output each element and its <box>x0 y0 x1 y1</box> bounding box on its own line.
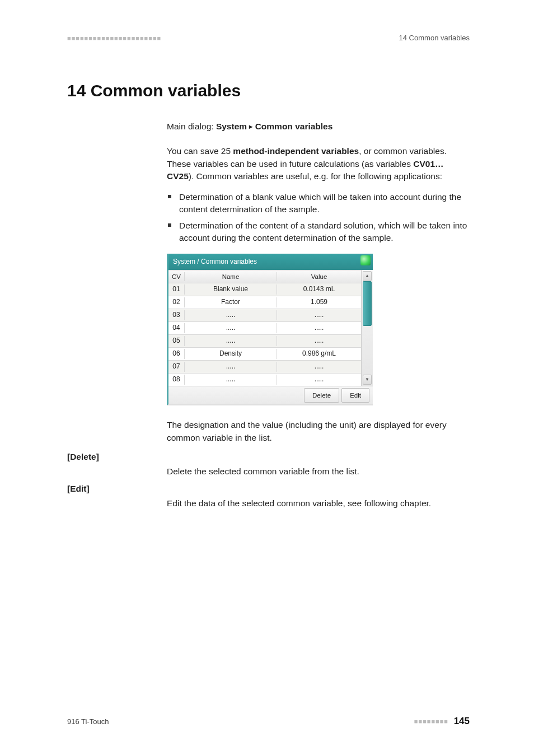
breadcrumb: Main dialog: System ▸ Common variables <box>167 120 470 133</box>
breadcrumb-lead: Main dialog: <box>167 122 216 131</box>
scrollbar[interactable]: ▲ ▼ <box>361 270 373 386</box>
home-icon[interactable] <box>360 255 371 265</box>
table-row[interactable]: 04 ..... ..... <box>168 321 361 334</box>
bullet-item: Determination of a blank value which wil… <box>167 191 470 216</box>
scroll-thumb[interactable] <box>363 281 372 326</box>
col-name: Name <box>185 272 277 282</box>
intro-paragraph: You can save 25 method-independent varia… <box>167 145 470 183</box>
header-ornament-left: ■■■■■■■■■■■■■■■■■■■■■■ <box>67 35 161 41</box>
scroll-down-icon[interactable]: ▼ <box>363 375 372 385</box>
delete-def-label: [Delete] <box>67 452 167 478</box>
breadcrumb-common: Common variables <box>255 122 333 131</box>
table-row[interactable]: 08 ..... ..... <box>168 373 361 386</box>
bullet-item: Determination of the content of a standa… <box>167 220 470 245</box>
breadcrumb-arrow-icon: ▸ <box>249 123 252 130</box>
table-header: CV Name Value <box>168 270 361 283</box>
table-row[interactable]: 05 ..... ..... <box>168 334 361 347</box>
table-row[interactable]: 07 ..... ..... <box>168 360 361 373</box>
col-value: Value <box>277 272 361 282</box>
table-row[interactable]: 06 Density 0.986 g/mL <box>168 347 361 360</box>
col-cv: CV <box>168 272 185 282</box>
edit-def-text: Edit the data of the selected common var… <box>167 484 470 510</box>
footer-left: 916 Ti-Touch <box>67 717 109 726</box>
after-shot-paragraph: The designation and the value (including… <box>167 419 470 444</box>
chapter-title: 14 Common variables <box>67 81 470 100</box>
header-right: 14 Common variables <box>399 34 470 42</box>
page-number: 145 <box>454 716 470 726</box>
breadcrumb-system: System <box>216 122 247 131</box>
table-row[interactable]: 01 Blank value 0.0143 mL <box>168 283 361 296</box>
edit-button[interactable]: Edit <box>341 388 369 403</box>
delete-button[interactable]: Delete <box>304 388 339 403</box>
delete-def-text: Delete the selected common variable from… <box>167 452 470 478</box>
edit-def-label: [Edit] <box>67 484 167 510</box>
table-row[interactable]: 02 Factor 1.059 <box>168 296 361 309</box>
ui-footer: Delete Edit <box>168 386 373 404</box>
table-row[interactable]: 03 ..... ..... <box>168 309 361 321</box>
scroll-up-icon[interactable]: ▲ <box>363 271 372 281</box>
ui-title-bar: System / Common variables <box>168 254 373 270</box>
ui-screenshot: System / Common variables CV Name Value … <box>167 254 373 405</box>
bullet-list: Determination of a blank value which wil… <box>167 191 470 245</box>
ui-title-text: System / Common variables <box>173 257 257 267</box>
footer-ornament-icon: ■■■■■■■■ <box>414 718 448 725</box>
